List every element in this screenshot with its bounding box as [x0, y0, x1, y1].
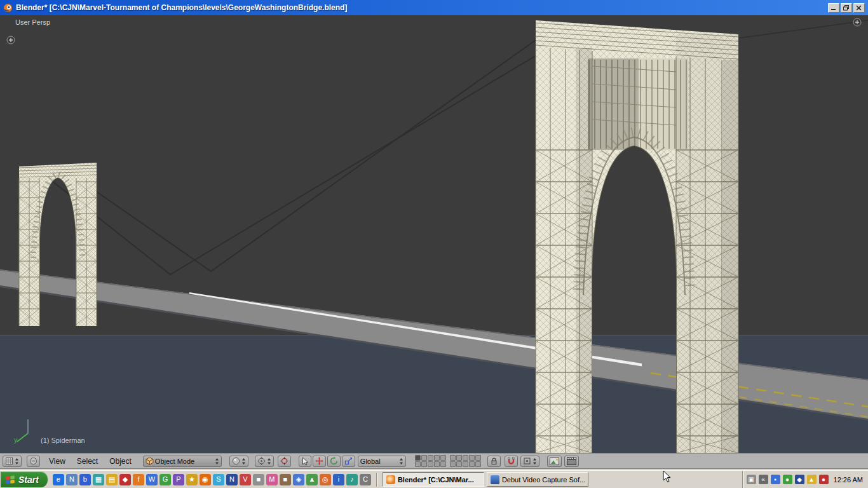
- orientation-dropdown-label: Global: [360, 458, 398, 465]
- maximize-button[interactable]: [841, 3, 852, 13]
- quick-launch-bar: eNb▦▤◆fWGP★◉SNV■M■◈▲◎i♪C: [53, 474, 371, 485]
- screen: Blender* [C:\CJN\Marvel-Tournament of Ch…: [0, 0, 868, 488]
- chevron-updown-icon: [241, 458, 246, 465]
- quicklaunch-icon[interactable]: N: [226, 474, 238, 485]
- blender-task-icon: [386, 475, 395, 484]
- pivot-dropdown[interactable]: [255, 456, 274, 467]
- quicklaunch-icon[interactable]: M: [266, 474, 278, 485]
- quicklaunch-icon[interactable]: ■: [253, 474, 264, 485]
- blender-app-icon: [3, 3, 13, 13]
- quicklaunch-icon[interactable]: ◎: [320, 474, 331, 485]
- layer-toggle[interactable]: [421, 455, 427, 461]
- menu-select[interactable]: Select: [76, 457, 99, 466]
- render-opengl-anim-button[interactable]: [564, 456, 579, 467]
- system-tray: ▣«▪●◆▲● 12:26 AM: [742, 471, 868, 488]
- window-titlebar[interactable]: Blender* [C:\CJN\Marvel-Tournament of Ch…: [0, 0, 868, 15]
- taskbar-separator: [376, 473, 377, 487]
- menu-view[interactable]: View: [48, 457, 67, 466]
- start-button-label: Start: [18, 475, 39, 485]
- minimize-button[interactable]: [828, 3, 839, 13]
- quicklaunch-icon[interactable]: ◈: [293, 474, 304, 485]
- quicklaunch-icon[interactable]: W: [146, 474, 158, 485]
- quicklaunch-icon[interactable]: ◆: [119, 474, 131, 485]
- taskbar-task-debut[interactable]: Debut Video Capture Sof...: [487, 472, 588, 487]
- layer-toggle[interactable]: [428, 455, 433, 461]
- layer-toggle[interactable]: [421, 461, 427, 467]
- quicklaunch-icon[interactable]: ◉: [200, 474, 211, 485]
- quicklaunch-icon[interactable]: ▲: [306, 474, 318, 485]
- quicklaunch-icon[interactable]: b: [79, 474, 91, 485]
- layer-toggle[interactable]: [463, 461, 468, 467]
- render-opengl-button[interactable]: [547, 456, 562, 467]
- cursor-tool-button[interactable]: [278, 456, 291, 467]
- bridge-tower-far[interactable]: [19, 163, 97, 326]
- close-button[interactable]: [853, 3, 865, 13]
- quicklaunch-icon[interactable]: ▤: [106, 474, 118, 485]
- quicklaunch-icon[interactable]: ♪: [346, 474, 358, 485]
- layer-toggle[interactable]: [428, 461, 433, 467]
- windows-flag-icon: [5, 475, 15, 484]
- tray-icon[interactable]: ●: [783, 475, 792, 484]
- layer-toggle[interactable]: [440, 455, 446, 461]
- layer-toggle[interactable]: [434, 461, 440, 467]
- shading-sphere-icon: [232, 457, 240, 465]
- quicklaunch-icon[interactable]: ★: [186, 474, 198, 485]
- layer-toggle[interactable]: [469, 461, 475, 467]
- quicklaunch-icon[interactable]: C: [360, 474, 371, 485]
- tray-icon[interactable]: ◆: [795, 475, 804, 484]
- mode-dropdown-label: Object Mode: [155, 458, 214, 465]
- quicklaunch-icon[interactable]: N: [66, 474, 78, 485]
- layer-toggle[interactable]: [475, 461, 481, 467]
- viewport-scene[interactable]: [0, 15, 868, 453]
- object-mode-cube-icon: [146, 457, 154, 465]
- quicklaunch-icon[interactable]: i: [333, 474, 344, 485]
- layer-toggle[interactable]: [456, 455, 462, 461]
- header-pin-button[interactable]: [27, 456, 40, 467]
- layer-toggle[interactable]: [463, 455, 468, 461]
- manipulator-rotate-button[interactable]: [327, 456, 341, 467]
- menu-object[interactable]: Object: [108, 457, 133, 466]
- tray-icon[interactable]: ●: [819, 475, 829, 484]
- layer-toggle[interactable]: [450, 455, 456, 461]
- quicklaunch-icon[interactable]: G: [159, 474, 171, 485]
- snap-element-dropdown[interactable]: [520, 456, 539, 467]
- tool-shelf-plus-icon[interactable]: [6, 36, 15, 44]
- taskbar-task-blender[interactable]: Blender* [C:\CJN\Mar...: [383, 472, 484, 487]
- properties-plus-icon[interactable]: [853, 18, 862, 27]
- layer-toggle[interactable]: [475, 455, 481, 461]
- layer-toggle[interactable]: [450, 461, 456, 467]
- layer-toggle[interactable]: [434, 455, 440, 461]
- mode-dropdown[interactable]: Object Mode: [143, 456, 222, 467]
- quicklaunch-icon[interactable]: P: [173, 474, 184, 485]
- manipulator-scale-button[interactable]: [342, 456, 355, 467]
- orientation-dropdown[interactable]: Global: [358, 456, 406, 467]
- quicklaunch-icon[interactable]: S: [213, 474, 224, 485]
- quicklaunch-icon[interactable]: e: [53, 474, 64, 485]
- editor-type-button[interactable]: [3, 456, 22, 467]
- tray-icon[interactable]: ▣: [747, 475, 756, 484]
- quicklaunch-icon[interactable]: ■: [280, 474, 291, 485]
- layer-toggle[interactable]: [415, 461, 421, 467]
- shading-dropdown[interactable]: [229, 456, 248, 467]
- tray-icon[interactable]: ▪: [771, 475, 780, 484]
- scale-icon: [344, 457, 353, 465]
- layer-toggle[interactable]: [440, 461, 446, 467]
- axis-y-label: y: [14, 436, 18, 444]
- layer-toggle[interactable]: [469, 455, 475, 461]
- tray-icon[interactable]: «: [759, 475, 768, 484]
- snap-toggle-button[interactable]: [505, 456, 518, 467]
- quicklaunch-icon[interactable]: ▦: [93, 474, 104, 485]
- tray-icon[interactable]: ▲: [807, 475, 817, 484]
- layer-buttons-group-1: [415, 455, 446, 467]
- start-button[interactable]: Start: [1, 471, 48, 487]
- layer-toggle[interactable]: [415, 455, 421, 461]
- layer-toggle[interactable]: [456, 461, 462, 467]
- manipulator-pointer-button[interactable]: [299, 456, 311, 467]
- quicklaunch-icon[interactable]: f: [133, 474, 144, 485]
- bridge-tower-near[interactable]: [536, 20, 738, 453]
- quicklaunch-icon[interactable]: V: [240, 474, 251, 485]
- lock-button[interactable]: [487, 456, 501, 467]
- tray-icons: ▣«▪●◆▲●: [747, 475, 829, 484]
- 3d-viewport[interactable]: User Persp y (1) Spiderman: [0, 15, 868, 453]
- manipulator-translate-button[interactable]: [313, 456, 326, 467]
